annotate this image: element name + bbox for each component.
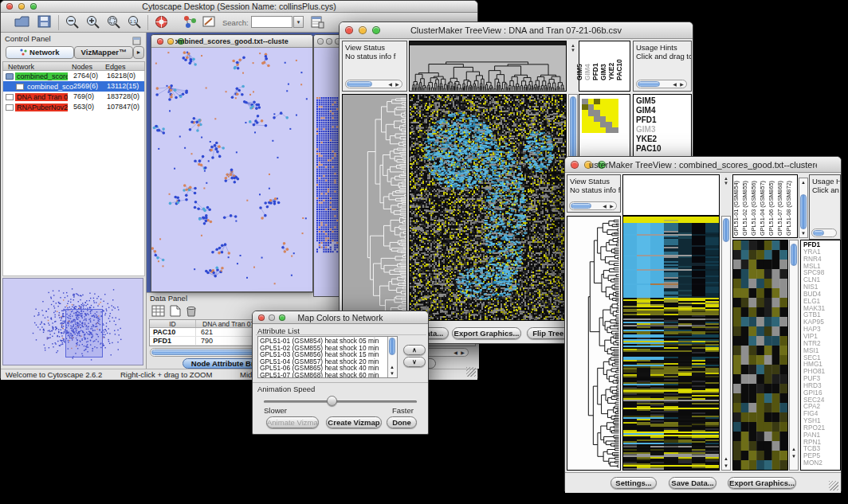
gene-label[interactable]: PFD1 — [634, 115, 691, 125]
scroll-left-icon[interactable]: ◀ — [601, 202, 608, 209]
close-icon[interactable] — [258, 315, 265, 321]
tab-overflow-button[interactable]: ► — [133, 46, 144, 59]
close-icon[interactable] — [571, 161, 579, 169]
scroll-left-icon[interactable]: ◀ — [671, 80, 678, 88]
move-down-button[interactable]: ∨ — [403, 357, 426, 367]
scrollbar-thumb[interactable] — [800, 194, 807, 229]
network-canvas-2[interactable] — [314, 48, 340, 296]
scrollbar-thumb[interactable] — [813, 230, 824, 236]
speed-slider-thumb[interactable] — [327, 396, 337, 406]
animate-vizmap-button[interactable]: Animate Vizmap — [266, 416, 319, 428]
speed-slider-track[interactable] — [264, 400, 417, 403]
save-icon[interactable] — [37, 14, 52, 32]
delete-attribute-trash-icon[interactable] — [185, 304, 198, 321]
gene-label[interactable]: GIM3 — [634, 125, 691, 135]
scroll-right-icon[interactable]: ▶ — [608, 202, 615, 209]
network-overview[interactable] — [2, 278, 143, 365]
minimize-icon[interactable] — [167, 38, 174, 45]
close-icon[interactable] — [317, 38, 324, 45]
gene-label[interactable]: YKE2 — [634, 135, 691, 144]
gene-label[interactable]: MON2 — [801, 459, 840, 467]
scrollbar-thumb[interactable] — [791, 244, 797, 266]
gene-label[interactable]: PAC10 — [634, 144, 691, 154]
resize-grip[interactable] — [466, 367, 476, 377]
create-vizmap-button[interactable]: Create Vizmap — [326, 416, 382, 428]
gene-label[interactable]: GIM4 — [634, 106, 691, 115]
tab-network[interactable]: Network — [6, 46, 74, 59]
close-icon[interactable] — [157, 38, 163, 45]
scroll-up-icon[interactable]: ▲ — [790, 446, 798, 452]
zoom-fit-icon[interactable]: 1:1 — [127, 14, 143, 33]
network-list-item[interactable]: combined_sco2569(6)13112(15) — [3, 81, 144, 92]
tab-vizmapper[interactable]: VizMapper™ — [74, 46, 133, 59]
scroll-arrows[interactable]: ▲▼ — [722, 176, 730, 186]
heatmap-canvas[interactable] — [409, 94, 567, 321]
done-button[interactable]: Done — [387, 416, 417, 428]
scroll-left-icon[interactable]: ◀ — [452, 349, 459, 356]
network-list-item[interactable]: combined_scores2764(0)16218(0) — [3, 71, 144, 81]
attribute-select-icon[interactable] — [151, 304, 166, 321]
network-view-title-bar[interactable]: combined_scores_good.txt--cluste... — [151, 35, 312, 48]
column-dendrogram[interactable] — [409, 41, 567, 92]
hints-scrollbar[interactable]: ◀ ▶ — [636, 80, 687, 88]
heatmap-vscrollbar[interactable]: ▲ ▼ — [721, 216, 731, 471]
scroll-up-icon[interactable]: ▲ — [799, 179, 807, 186]
row-dendrogram[interactable] — [342, 94, 407, 321]
new-attribute-icon[interactable] — [169, 304, 182, 321]
zoom-in-icon[interactable] — [85, 14, 101, 33]
heatmap-canvas[interactable] — [622, 216, 720, 471]
scroll-right-icon[interactable]: ▶ — [459, 349, 466, 356]
hints-scrollbar[interactable] — [811, 229, 837, 237]
scroll-up-icon[interactable]: ▲ — [722, 455, 730, 462]
status-scrollbar[interactable]: ◀ ▶ — [345, 80, 402, 88]
search-input[interactable] — [251, 16, 292, 28]
minimize-icon[interactable] — [326, 38, 332, 45]
scroll-arrows[interactable]: ▲▼ — [569, 43, 577, 53]
scroll-left-icon[interactable]: ◀ — [387, 80, 394, 88]
scrollbar-thumb[interactable] — [571, 203, 591, 209]
gene-label[interactable]: GIM5 — [634, 96, 691, 106]
zoom-vscrollbar[interactable]: ▲ ▼ — [789, 240, 799, 471]
treeview-button[interactable]: Export Graphics... — [452, 327, 521, 339]
network-view-2-title-bar[interactable] — [314, 35, 340, 48]
search-options-icon[interactable] — [310, 14, 325, 33]
network-canvas[interactable] — [151, 48, 312, 291]
treeview-button[interactable]: Settings... — [610, 477, 657, 489]
scrollbar-thumb[interactable] — [723, 218, 729, 242]
scroll-down-icon[interactable]: ▼ — [722, 463, 730, 469]
treeview1-title-bar[interactable]: ClusterMaker TreeView : DNA and Tran 07-… — [340, 22, 693, 39]
network-list-item[interactable]: DNA and Tran 07769(0)183728(0) — [3, 92, 144, 102]
resize-grip[interactable] — [829, 481, 838, 490]
scroll-down-icon[interactable]: ▼ — [799, 230, 807, 236]
open-file-icon[interactable] — [14, 14, 30, 32]
minimize-icon[interactable] — [18, 3, 25, 10]
scroll-right-icon[interactable]: ▶ — [678, 80, 685, 88]
attribute-listbox[interactable]: GPL51-01 (GSM854) heat shock 05 minGPL51… — [257, 336, 398, 378]
move-up-button[interactable]: ∧ — [403, 345, 426, 355]
vizmapper-nodes-icon[interactable] — [183, 14, 198, 33]
column-dendrogram-panel[interactable] — [622, 174, 720, 216]
row-dendrogram[interactable] — [567, 216, 621, 471]
network-list-item[interactable]: RNAPuberNov2+563(0)107847(0) — [3, 102, 144, 112]
zoom-heatmap-canvas[interactable] — [732, 240, 788, 471]
status-scrollbar[interactable]: ◀ ▶ — [569, 201, 617, 210]
minimize-icon[interactable] — [269, 315, 275, 321]
scroll-up-icon[interactable]: ▲ — [388, 364, 396, 370]
help-lifering-icon[interactable] — [154, 14, 170, 33]
list-vscrollbar[interactable]: ▲ ▼ — [387, 337, 397, 377]
scrollbar-thumb[interactable] — [347, 81, 372, 87]
attribute-list-item[interactable]: GPL51-07 (GSM868) heat shock 60 min — [258, 372, 397, 378]
table-column-id[interactable]: ID — [150, 320, 196, 327]
zoom-selected-icon[interactable] — [106, 14, 122, 33]
close-icon[interactable] — [6, 3, 13, 10]
search-dropdown-icon[interactable]: ▼ — [293, 16, 304, 28]
treeview-button[interactable]: Export Graphics... — [728, 477, 796, 489]
zoom-out-icon[interactable] — [65, 14, 80, 33]
scroll-right-icon[interactable]: ▶ — [394, 80, 401, 88]
scroll-down-icon[interactable]: ▼ — [388, 370, 396, 377]
labels-vscrollbar[interactable]: ▲ ▼ — [799, 178, 808, 238]
scrollbar-thumb[interactable] — [151, 350, 259, 355]
scrollbar-thumb[interactable] — [638, 81, 660, 87]
annotation-icon[interactable] — [202, 14, 217, 33]
treeview2-title-bar[interactable]: ClusterMaker TreeView : combined_scores_… — [565, 157, 841, 173]
